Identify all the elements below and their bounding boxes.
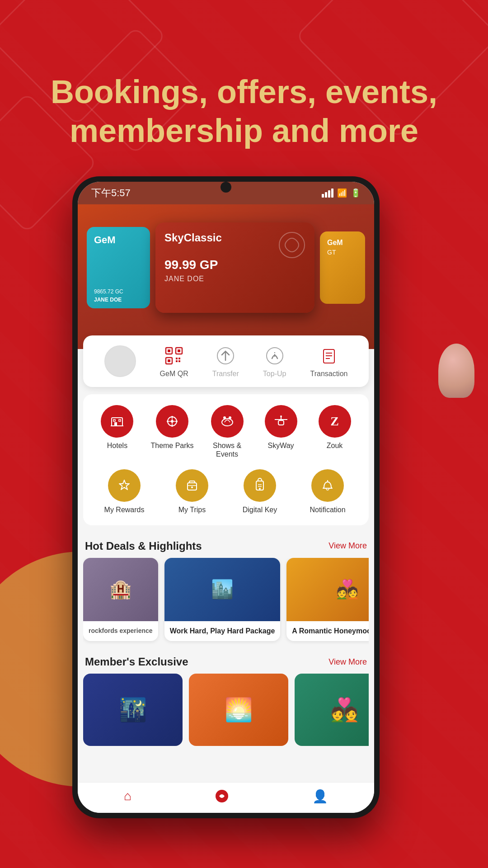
card-logo: [278, 231, 305, 259]
notification-label: Notification: [310, 505, 345, 514]
svg-point-0: [279, 232, 305, 258]
my-rewards-label: My Rewards: [104, 505, 145, 514]
svg-rect-10: [178, 360, 180, 362]
deal-image-1: 🏨: [83, 558, 158, 621]
home-icon: ⌂: [124, 789, 131, 803]
menu-item-theme-parks[interactable]: Theme Parks: [150, 405, 193, 458]
deal-card-2[interactable]: 🏙️ Work Hard, Play Hard Package: [164, 558, 281, 642]
teal-card-label: GeM: [94, 234, 143, 246]
menu-top-row: Hotels Theme Parks: [90, 405, 361, 458]
header-section: GeM 9865.72 GC JANE DOE SkyClassic: [78, 204, 374, 349]
svg-rect-7: [176, 358, 178, 359]
phone-mockup: 下午5:57 📶 🔋 GeM: [72, 176, 380, 818]
members-card-3[interactable]: 💑: [295, 674, 369, 746]
main-membership-card[interactable]: SkyClassic 99.99 GP JANE DOE: [155, 222, 314, 313]
menu-item-notification[interactable]: Notification: [307, 469, 348, 514]
my-trips-icon-circle: [176, 469, 208, 502]
menu-item-shows[interactable]: Shows & Events: [207, 405, 248, 458]
svg-point-29: [176, 420, 178, 422]
svg-rect-19: [113, 420, 115, 421]
qr-icon: [163, 344, 185, 367]
skyway-icon-circle: [265, 405, 297, 438]
svg-point-26: [171, 416, 173, 418]
signal-icon: [322, 189, 333, 198]
main-content: Hotels Theme Parks: [78, 394, 374, 789]
transaction-button[interactable]: Transaction: [310, 344, 347, 378]
skyway-label: SkyWay: [267, 441, 294, 450]
deal-image-2: 🏙️: [164, 558, 281, 621]
gold-card-label: GeM: [327, 239, 358, 247]
members-exclusive-section: Member's Exclusive View More 🌃 🌅 💑: [83, 648, 369, 753]
action-bar: GeM QR Transfer: [83, 335, 369, 387]
menu-item-zouk[interactable]: Z Zouk: [314, 405, 355, 458]
status-icons: 📶 🔋: [322, 188, 361, 198]
nav-brand[interactable]: [215, 789, 229, 807]
menu-item-hotels[interactable]: Hotels: [97, 405, 137, 458]
members-view-more[interactable]: View More: [328, 657, 367, 667]
transfer-label: Transfer: [212, 370, 239, 378]
nav-home[interactable]: ⌂: [124, 789, 131, 807]
profile-icon: 👤: [312, 789, 328, 804]
gem-teal-card[interactable]: GeM 9865.72 GC JANE DOE: [87, 227, 150, 308]
members-image-1: 🌃: [83, 674, 183, 746]
top-up-button[interactable]: Top-Up: [263, 344, 286, 378]
main-card-name: JANE DOE: [164, 275, 305, 283]
deal-image-3: 💑: [286, 558, 369, 621]
battery-icon: 🔋: [351, 188, 361, 198]
top-up-icon: [263, 344, 286, 367]
deal-card-3[interactable]: 💑 A Romantic Honeymoon Retreat: [286, 558, 369, 642]
nav-profile[interactable]: 👤: [312, 789, 328, 807]
svg-rect-18: [114, 422, 117, 426]
deal-info-2: Work Hard, Play Hard Package: [164, 621, 281, 642]
svg-point-28: [167, 420, 169, 422]
svg-point-45: [259, 488, 261, 490]
gem-gold-card[interactable]: GeM GT: [320, 231, 365, 304]
svg-rect-4: [178, 349, 180, 352]
my-rewards-icon-circle: [108, 469, 141, 502]
svg-rect-6: [168, 359, 170, 362]
transfer-button[interactable]: Transfer: [212, 344, 239, 378]
members-image-3: 💑: [295, 674, 369, 746]
hot-deals-view-more[interactable]: View More: [328, 541, 367, 551]
status-time: 下午5:57: [91, 186, 131, 200]
members-image-2: 🌅: [189, 674, 288, 746]
menu-item-my-trips[interactable]: My Trips: [172, 469, 212, 514]
svg-point-27: [171, 425, 173, 427]
bulb-decoration: [438, 344, 474, 398]
svg-rect-8: [178, 358, 180, 359]
digital-key-icon-circle: [244, 469, 276, 502]
app-content[interactable]: GeM 9865.72 GC JANE DOE SkyClassic: [78, 204, 374, 813]
hero-text: Bookings, offers, events, membership and…: [27, 72, 461, 151]
shows-label: Shows & Events: [209, 441, 245, 458]
top-up-label: Top-Up: [263, 370, 286, 378]
zouk-label: Zouk: [327, 441, 343, 450]
menu-section: Hotels Theme Parks: [83, 394, 369, 525]
members-card-2[interactable]: 🌅: [189, 674, 288, 746]
gem-qr-button[interactable]: GeM QR: [160, 344, 188, 378]
deal-info-3: A Romantic Honeymoon Retreat: [286, 621, 369, 642]
deals-scroll[interactable]: 🏨 rockfords experience 🏙️ Work Hard, Pla…: [83, 558, 369, 645]
deal-title-2: Work Hard, Play Hard Package: [170, 627, 275, 636]
hot-deals-header: Hot Deals & Highlights View More: [83, 533, 369, 558]
transfer-icon: [214, 344, 237, 367]
hotels-label: Hotels: [107, 441, 127, 450]
bottom-nav: ⌂ 👤: [78, 782, 374, 813]
camera-notch: [221, 182, 231, 193]
members-scroll[interactable]: 🌃 🌅 💑: [83, 674, 369, 746]
shows-icon-circle: [211, 405, 244, 438]
user-avatar[interactable]: [104, 345, 136, 377]
gem-qr-label: GeM QR: [160, 370, 188, 378]
gold-card-sublabel: GT: [327, 249, 358, 256]
wifi-icon: 📶: [337, 188, 347, 198]
deal-card-1[interactable]: 🏨 rockfords experience: [83, 558, 158, 642]
main-card-points: 99.99 GP: [164, 258, 305, 272]
brand-icon: [215, 789, 229, 807]
menu-item-digital-key[interactable]: Digital Key: [239, 469, 280, 514]
members-title: Member's Exclusive: [85, 656, 188, 668]
zouk-icon-circle: Z: [319, 405, 351, 438]
members-card-1[interactable]: 🌃: [83, 674, 183, 746]
hotels-icon-circle: [101, 405, 133, 438]
menu-item-my-rewards[interactable]: My Rewards: [104, 469, 145, 514]
menu-item-skyway[interactable]: SkyWay: [261, 405, 301, 458]
digital-key-label: Digital Key: [243, 505, 277, 514]
